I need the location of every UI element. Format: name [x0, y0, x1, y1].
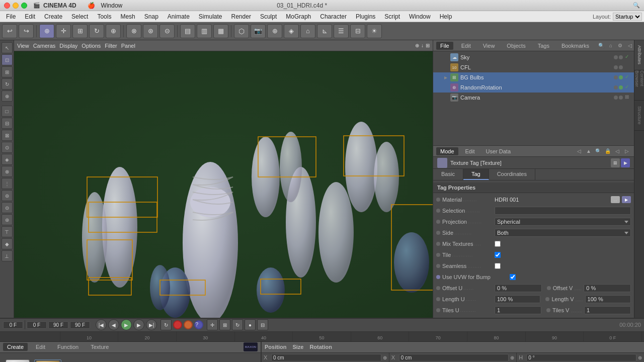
ts-90[interactable]: 90 — [526, 332, 584, 341]
viewport-nav-3[interactable]: ⊞ — [426, 43, 430, 48]
tg-spin-rot-h[interactable]: ⊕ — [638, 355, 642, 360]
left-tool-4[interactable]: ↻ — [2, 78, 13, 89]
object-bgbulbs[interactable]: ▶ ⊞ BG Bulbs ✓ — [433, 72, 634, 82]
left-tool-7[interactable]: ⊟ — [2, 118, 13, 129]
menu-character[interactable]: Character — [316, 12, 351, 21]
obj-expand-camera[interactable] — [443, 95, 448, 100]
attr-right-icon[interactable]: ▷ — [623, 147, 631, 155]
right-tab-structure[interactable]: Structure — [634, 101, 644, 131]
material-hdri[interactable]: HDRI 00... — [34, 359, 61, 362]
attr-back-icon[interactable]: ◁ — [575, 147, 583, 155]
attr-tab-userdata[interactable]: User Data — [482, 147, 515, 155]
attr-lock-icon[interactable]: 🔒 — [604, 147, 612, 155]
menu-tools[interactable]: Tools — [93, 12, 115, 21]
menu-animate[interactable]: Animate — [164, 12, 194, 21]
viewport-tab-panel[interactable]: Panel — [121, 43, 135, 49]
object-randomrotation[interactable]: ⊛ RandomRotation ✓ — [433, 82, 634, 93]
attr-tab-coordinates[interactable]: Coordinates — [489, 169, 535, 180]
attr-material-browse[interactable]: … — [611, 196, 620, 203]
left-tool-6[interactable]: □ — [2, 106, 13, 117]
tag-btn[interactable]: ⌂ — [300, 24, 315, 38]
record-icon[interactable]: ● — [245, 319, 256, 330]
left-tool-9[interactable]: ⊙ — [2, 142, 13, 153]
left-tool-14[interactable]: ⊝ — [2, 202, 13, 213]
attr-up-icon[interactable]: ▲ — [585, 147, 593, 155]
minimize-button[interactable] — [13, 3, 19, 9]
menu-simulate[interactable]: Simulate — [195, 12, 226, 21]
viewport-nav-1[interactable]: ⊕ — [415, 43, 419, 48]
render-region[interactable]: ⊗ — [126, 24, 141, 38]
viewport-tab-display[interactable]: Display — [59, 43, 77, 49]
menu-sculpt[interactable]: Sculpt — [256, 12, 281, 21]
objects-tab-edit[interactable]: Edit — [457, 42, 475, 50]
attr-tab-edit[interactable]: Edit — [461, 147, 479, 155]
obj-check-camera[interactable]: ⊞ — [625, 94, 632, 101]
objects-search-icon[interactable]: 🔍 — [597, 42, 605, 50]
ts-50[interactable]: 50 — [293, 332, 351, 341]
right-tab-content[interactable]: Content Browser — [634, 70, 644, 101]
attr-check-mix[interactable] — [495, 241, 501, 247]
obj-check-sky[interactable]: ✓ — [625, 54, 632, 61]
right-tab-attributes[interactable]: Attributes — [634, 40, 644, 70]
menu-plugins[interactable]: Plugins — [352, 12, 379, 21]
viewport-nav-2[interactable]: ↓ — [421, 43, 424, 48]
attr-material-arrow[interactable]: ▶ — [622, 196, 631, 203]
attr-search-icon[interactable]: 🔍 — [594, 147, 602, 155]
mat-btn[interactable]: ◈ — [284, 24, 299, 38]
left-tool-16[interactable]: ⊤ — [2, 226, 13, 237]
viewport-tab-cameras[interactable]: Cameras — [33, 43, 56, 49]
objects-tab-view[interactable]: View — [479, 42, 499, 50]
menu-file[interactable]: File — [2, 12, 20, 21]
object-camera[interactable]: 📷 Camera ⊞ — [433, 93, 634, 103]
frame-input-fps[interactable] — [70, 321, 90, 329]
search-icon[interactable]: 🔍 — [633, 2, 640, 9]
attr-tab-mode[interactable]: Mode — [436, 147, 458, 155]
next-frame-button[interactable]: ▶ — [133, 319, 144, 330]
attr-input-offset-v[interactable] — [584, 284, 631, 292]
ts-80[interactable]: 80 — [467, 332, 526, 341]
record-auto-button[interactable] — [184, 320, 193, 329]
menu-create[interactable]: Create — [40, 12, 66, 21]
frame-input-end[interactable] — [48, 321, 68, 329]
obj-check-cfl[interactable] — [625, 64, 632, 71]
attr-left-icon[interactable]: ◁ — [613, 147, 621, 155]
objects-tab-bookmarks[interactable]: Bookmarks — [557, 42, 593, 50]
left-tool-10[interactable]: ◈ — [2, 154, 13, 165]
menu-snap[interactable]: Snap — [140, 12, 163, 21]
camera-btn[interactable]: 📷 — [251, 24, 266, 38]
viewport-tab-options[interactable]: Options — [82, 43, 101, 49]
loop-button[interactable]: ↻ — [160, 319, 172, 330]
viewport[interactable] — [14, 51, 433, 318]
attr-arrow-icon[interactable]: ▶ — [621, 158, 630, 167]
objects-home-icon[interactable]: ⌂ — [607, 42, 615, 50]
ts-10[interactable]: 10 — [60, 332, 119, 341]
menu-render[interactable]: Render — [227, 12, 255, 21]
transform-tool[interactable]: ⊕ — [106, 24, 121, 38]
attr-select-projection[interactable]: Spherical Cylindrical Flat Cubic UVW Map… — [495, 218, 631, 226]
ts-30[interactable]: 30 — [177, 332, 235, 341]
left-tool-18[interactable]: ⊥ — [2, 250, 13, 261]
objects-tab-tags[interactable]: Tags — [534, 42, 553, 50]
mat-tab-function[interactable]: Function — [53, 343, 83, 351]
tg-input-pos-x[interactable] — [271, 354, 381, 361]
mat-tab-edit[interactable]: Edit — [32, 343, 49, 351]
help-button[interactable]: ? — [194, 320, 203, 329]
render-y[interactable]: ⊛ — [143, 24, 158, 38]
menu-window[interactable]: Window — [405, 12, 435, 21]
undo-button[interactable]: ↩ — [2, 24, 17, 38]
redo-button[interactable]: ↪ — [19, 24, 34, 38]
left-tool-8[interactable]: ⊠ — [2, 130, 13, 141]
anim-btn[interactable]: ▥ — [197, 24, 212, 38]
anim-icon[interactable]: ⊟ — [257, 319, 268, 330]
move-tool[interactable]: ✛ — [56, 24, 71, 38]
move-icon[interactable]: ✛ — [207, 319, 218, 330]
attr-input-tiles-u[interactable] — [495, 306, 541, 314]
fx-btn[interactable]: ☀ — [367, 24, 382, 38]
objects-tab-file[interactable]: File — [436, 42, 453, 50]
obj-expand-sky[interactable] — [443, 55, 448, 60]
render-z[interactable]: ⊝ — [159, 24, 175, 38]
scale-tool[interactable]: ⊞ — [72, 24, 88, 38]
attr-select-side[interactable]: Both Front Back — [495, 229, 631, 237]
attr-input-offset-u[interactable] — [495, 284, 542, 292]
left-tool-5[interactable]: ⊕ — [2, 90, 13, 102]
